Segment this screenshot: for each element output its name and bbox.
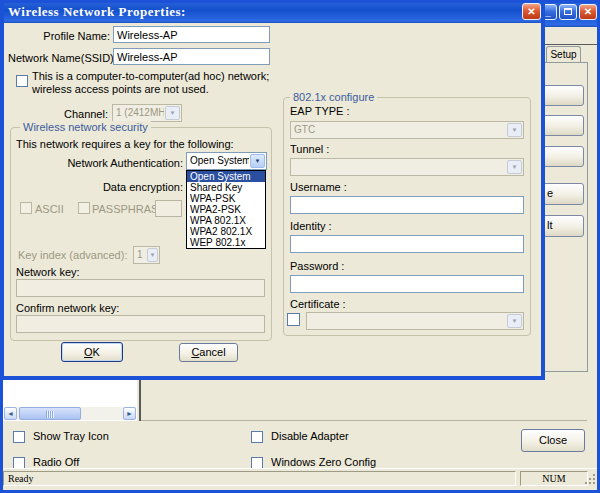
auth-option[interactable]: WPA2-PSK [187, 204, 265, 215]
side-button-2[interactable] [540, 115, 584, 136]
auth-combo[interactable]: Open System ▼ [186, 152, 267, 170]
resize-grip[interactable] [584, 473, 596, 485]
show-tray-icon-label: Show Tray Icon [33, 430, 109, 442]
auth-options-list: Open SystemShared KeyWPA-PSKWPA2-PSKWPA … [186, 170, 266, 249]
profile-name-input[interactable] [113, 26, 270, 43]
passphrase-input [155, 200, 182, 217]
key-index-value: 1 [137, 249, 146, 260]
auth-option[interactable]: Shared Key [187, 182, 265, 193]
status-num: NUM [520, 471, 588, 486]
ssid-label: Network Name(SSID): [8, 52, 110, 64]
scrollbar-thumb[interactable] [19, 407, 81, 420]
side-button-1[interactable] [540, 85, 584, 106]
auth-value: Open System [190, 155, 249, 166]
network-key-input [16, 279, 265, 297]
status-ready: Ready [3, 471, 516, 486]
password-input[interactable] [290, 275, 524, 293]
minimize-icon: _ [545, 6, 551, 17]
dialog-titlebar: Wireless Network Properties: [0, 0, 545, 23]
auth-option[interactable]: WPA-PSK [187, 193, 265, 204]
auth-option[interactable]: WPA2 802.1X [187, 226, 265, 237]
ssid-input[interactable] [113, 48, 270, 65]
certificate-checkbox[interactable] [287, 313, 300, 326]
username-input[interactable] [290, 196, 524, 214]
cancel-button[interactable]: Cancel [179, 343, 238, 362]
ok-button[interactable]: OK [61, 342, 123, 362]
certificate-label: Certificate : [290, 298, 346, 310]
profile-list-box[interactable]: ◄ ► [3, 380, 137, 421]
status-bar: Ready NUM [3, 468, 597, 487]
radio-off-label: Radio Off [33, 456, 79, 468]
horizontal-scrollbar[interactable]: ◄ ► [4, 407, 136, 420]
disable-adapter-label: Disable Adapter [271, 430, 349, 442]
ascii-checkbox [20, 202, 32, 214]
main-close-button[interactable]: ✕ [579, 4, 597, 20]
maximize-button[interactable] [559, 4, 577, 20]
disable-adapter-checkbox[interactable] [251, 431, 263, 443]
close-icon: ✕ [584, 6, 592, 17]
confirm-key-input [16, 315, 265, 333]
eap-type-combo: GTC ▼ [290, 121, 524, 139]
password-label: Password : [290, 260, 344, 272]
scroll-right-arrow-icon[interactable]: ► [123, 407, 136, 420]
data-encryption-label: Data encryption: [90, 181, 183, 193]
security-group-title: Wireless network security [20, 121, 151, 133]
maximize-icon [564, 8, 572, 15]
status-panel [141, 380, 587, 421]
tunnel-label: Tunnel : [290, 143, 329, 155]
auth-label: Network Authentication: [38, 157, 183, 169]
windows-zero-config-label: Windows Zero Config [271, 456, 376, 468]
side-button-4[interactable]: e [540, 183, 584, 205]
close-icon: ✕ [527, 6, 535, 17]
chevron-down-icon: ▼ [507, 314, 522, 328]
eap-type-label: EAP TYPE : [290, 105, 350, 117]
wireless-properties-dialog: Wireless Network Properties: ✕ Profile N… [0, 0, 545, 380]
security-intro-label: This network requires a key for the foll… [16, 138, 234, 150]
channel-value: 1 (2412MHz) [116, 107, 164, 118]
channel-combo: 1 (2412MHz) ▼ [112, 104, 182, 122]
dot1x-group-title: 802.1x configure [290, 91, 377, 103]
tunnel-combo: ▼ [290, 158, 524, 176]
dialog-close-button[interactable]: ✕ [522, 3, 541, 20]
eap-type-value: GTC [294, 124, 506, 135]
confirm-key-label: Confirm network key: [16, 302, 119, 314]
adhoc-label: This is a computer-to-computer(ad hoc) n… [32, 70, 284, 96]
identity-label: Identity : [290, 220, 332, 232]
auth-option[interactable]: Open System [187, 171, 265, 182]
certificate-combo: ▼ [306, 312, 524, 330]
side-button-3[interactable] [540, 146, 584, 167]
side-button-5[interactable]: lt [540, 215, 584, 237]
ascii-label: ASCII [35, 203, 64, 215]
network-key-label: Network key: [16, 266, 80, 278]
profile-name-label: Profile Name: [8, 30, 110, 42]
auth-option[interactable]: WPA 802.1X [187, 215, 265, 226]
identity-input[interactable] [290, 235, 524, 253]
dialog-title: Wireless Network Properties: [8, 4, 186, 20]
show-tray-icon-checkbox[interactable] [13, 431, 25, 443]
key-index-combo: 1 ▼ [133, 246, 160, 264]
screen: _ ✕ Setup e lt ◄ ► Show Tray Icon Radio … [0, 0, 600, 493]
key-index-label: Key index (advanced): [18, 249, 127, 261]
chevron-down-icon: ▼ [147, 248, 158, 262]
channel-label: Channel: [28, 108, 108, 120]
scroll-left-arrow-icon[interactable]: ◄ [4, 407, 17, 420]
tab-setup[interactable]: Setup [546, 46, 581, 63]
chevron-down-icon: ▼ [165, 106, 180, 120]
adhoc-checkbox[interactable] [16, 75, 28, 87]
chevron-down-icon: ▼ [507, 160, 522, 174]
close-button[interactable]: Close [521, 429, 585, 452]
username-label: Username : [290, 181, 347, 193]
chevron-down-icon: ▼ [507, 123, 522, 137]
auth-option[interactable]: WEP 802.1x [187, 237, 265, 248]
chevron-down-icon: ▼ [250, 154, 265, 168]
passphrase-checkbox [78, 202, 90, 214]
